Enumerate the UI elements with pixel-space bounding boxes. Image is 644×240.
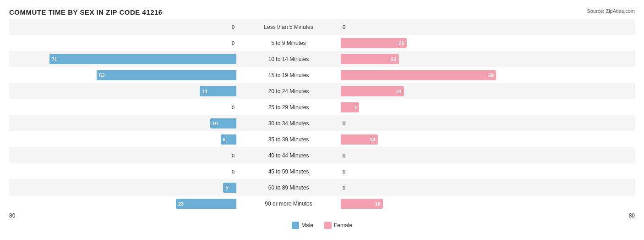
female-value-zero: 0 [343,169,345,174]
left-bar-area: 0 [9,153,238,158]
legend-female: Female [324,222,352,229]
table-row: 53 15 to 19 Minutes 59 [9,67,635,83]
table-row: 0 5 to 9 Minutes 25 [9,35,635,51]
axis-right: 80 [629,212,635,219]
male-value-zero: 0 [232,105,235,110]
female-bar: 7 [341,102,359,112]
female-value-zero: 0 [343,185,345,190]
right-bar-area: 59 [339,70,568,80]
row-label: 5 to 9 Minutes [238,40,339,46]
table-row: 0 40 to 44 Minutes 0 [9,147,635,163]
female-bar: 25 [341,38,407,48]
male-bar: 53 [97,70,236,80]
left-bar-area: 14 [9,86,238,96]
left-bar-area: 5 [9,183,238,193]
left-bar-area: 0 [9,169,238,174]
female-value-inside: 24 [394,89,404,94]
right-bar-area: 14 [339,134,568,145]
row-label: 90 or more Minutes [238,201,339,207]
table-row: 71 10 to 14 Minutes 22 [9,51,635,67]
male-value-inside: 10 [210,121,220,126]
row-label: 25 to 29 Minutes [238,104,339,111]
right-bar-area: 16 [339,199,568,209]
female-swatch [324,222,332,229]
left-bar-area: 53 [9,70,238,80]
male-value-zero: 0 [232,169,235,174]
table-row: 23 90 or more Minutes 16 [9,195,635,212]
male-value-zero: 0 [232,24,235,30]
row-label: 30 to 34 Minutes [238,120,339,127]
male-bar: 71 [49,54,236,64]
female-value-inside: 59 [486,73,496,78]
chart-container: COMMUTE TIME BY SEX IN ZIP CODE 41216 So… [0,0,644,240]
male-bar: 14 [200,86,237,96]
right-bar-area: 0 [339,169,568,174]
rows-area: 0 Less than 5 Minutes 0 0 5 to 9 Minutes… [9,19,635,212]
left-bar-area: 6 [9,134,238,145]
left-bar-area: 0 [9,40,238,46]
female-value-zero: 0 [343,121,345,126]
left-bar-area: 10 [9,118,238,128]
male-swatch [292,222,299,229]
female-value-zero: 0 [343,153,345,158]
female-bar: 22 [341,54,399,64]
female-value-inside: 14 [367,137,377,142]
table-row: 6 35 to 39 Minutes 14 [9,131,635,147]
male-bar: 10 [210,118,237,128]
male-value-inside: 23 [176,201,186,207]
female-bar: 59 [341,70,496,80]
male-bar: 5 [223,183,236,193]
right-bar-area: 24 [339,86,568,96]
chart-title: COMMUTE TIME BY SEX IN ZIP CODE 41216 [9,8,635,16]
axis-left: 80 [9,212,15,219]
male-value-zero: 0 [232,153,235,158]
male-bar: 23 [176,199,236,209]
table-row: 5 60 to 89 Minutes 0 [9,179,635,195]
right-bar-area: 25 [339,38,568,48]
female-value-inside: 22 [388,56,398,62]
row-label: Less than 5 Minutes [238,24,339,30]
row-label: 20 to 24 Minutes [238,88,339,95]
male-value-inside: 53 [97,73,107,78]
right-bar-area: 22 [339,54,568,64]
left-bar-area: 0 [9,24,238,30]
female-bar: 14 [341,134,378,145]
female-bar: 16 [341,199,383,209]
right-bar-area: 0 [339,121,568,126]
male-value-inside: 71 [49,56,60,62]
female-value-inside: 7 [352,105,359,110]
row-label: 10 to 14 Minutes [238,56,339,62]
row-label: 15 to 19 Minutes [238,72,339,78]
table-row: 14 20 to 24 Minutes 24 [9,83,635,99]
source-label: Source: ZipAtlas.com [587,8,635,14]
table-row: 0 25 to 29 Minutes 7 [9,99,635,115]
right-bar-area: 0 [339,153,568,158]
legend-male: Male [292,222,313,229]
axis-labels: 80 80 [9,212,635,219]
female-bar: 24 [341,86,404,96]
female-value-inside: 25 [397,40,407,46]
row-label: 60 to 89 Minutes [238,184,339,191]
male-value-inside: 14 [200,89,210,94]
table-row: 10 30 to 34 Minutes 0 [9,115,635,131]
table-row: 0 45 to 59 Minutes 0 [9,163,635,179]
male-value-zero: 0 [232,40,235,46]
right-bar-area: 0 [339,24,568,30]
male-label: Male [301,222,313,229]
male-value-inside: 5 [223,185,230,190]
female-value-inside: 16 [373,201,383,207]
male-bar: 6 [221,134,237,145]
row-label: 45 to 59 Minutes [238,168,339,175]
right-bar-area: 7 [339,102,568,112]
table-row: 0 Less than 5 Minutes 0 [9,19,635,35]
row-label: 40 to 44 Minutes [238,152,339,159]
left-bar-area: 71 [9,54,238,64]
legend-area: Male Female [9,222,635,229]
left-bar-area: 23 [9,199,238,209]
female-label: Female [334,222,352,229]
female-value-zero: 0 [343,24,345,30]
row-label: 35 to 39 Minutes [238,136,339,143]
right-bar-area: 0 [339,185,568,190]
male-value-inside: 6 [221,137,228,142]
left-bar-area: 0 [9,105,238,110]
